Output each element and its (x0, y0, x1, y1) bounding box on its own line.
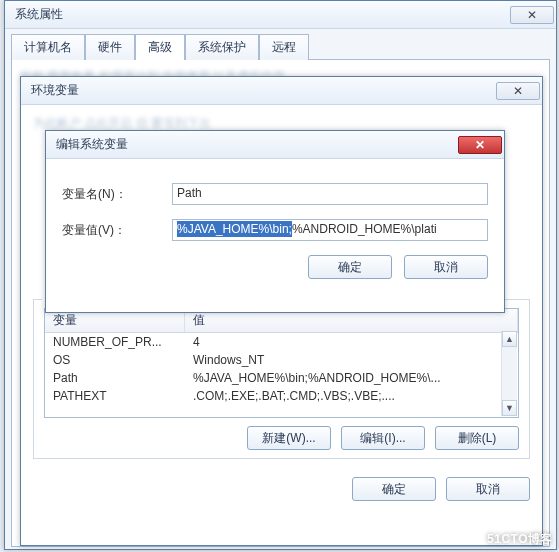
system-properties-close-button[interactable]: ✕ (510, 6, 554, 24)
system-var-buttons: 新建(W)... 编辑(I)... 删除(L) (44, 426, 519, 450)
cell-name: NUMBER_OF_PR... (45, 333, 185, 351)
tab-system-protection[interactable]: 系统保护 (185, 34, 259, 60)
env-cancel-button[interactable]: 取消 (446, 477, 530, 501)
var-name-row: 变量名(N)： Path (62, 183, 488, 205)
system-properties-tabs: 计算机名 硬件 高级 系统保护 远程 (11, 33, 556, 59)
var-name-label: 变量名(N)： (62, 186, 172, 203)
env-dialog-buttons: 确定 取消 (33, 477, 530, 501)
cell-value: Windows_NT (185, 351, 518, 369)
tab-hardware[interactable]: 硬件 (85, 34, 135, 60)
edit-titlebar: 编辑系统变量 ✕ (46, 131, 504, 159)
system-variables-group: 系统变量(S) 变量 值 NUMBER_OF_PR... 4 OS Window… (33, 299, 530, 459)
blurred-upper: 为此帐户 点此开启 但 要等到下次 (33, 115, 530, 129)
system-properties-titlebar: 系统属性 ✕ (5, 1, 556, 29)
cell-name: OS (45, 351, 185, 369)
cell-value: %JAVA_HOME%\bin;%ANDROID_HOME%\... (185, 369, 518, 387)
list-scrollbar[interactable]: ▲ ▼ (501, 331, 517, 416)
rest-text: %ANDROID_HOME%\plati (292, 222, 437, 236)
var-value-row: 变量值(V)： %JAVA_HOME%\bin;%ANDROID_HOME%\p… (62, 219, 488, 241)
system-variables-list[interactable]: 变量 值 NUMBER_OF_PR... 4 OS Windows_NT Pat… (44, 308, 519, 418)
tab-advanced[interactable]: 高级 (135, 34, 185, 60)
selected-text: %JAVA_HOME%\bin; (177, 221, 292, 237)
edit-body: 变量名(N)： Path 变量值(V)： %JAVA_HOME%\bin;%AN… (46, 159, 504, 312)
env-close-button[interactable]: ✕ (496, 82, 540, 100)
cell-value: .COM;.EXE;.BAT;.CMD;.VBS;.VBE;.... (185, 387, 518, 405)
edit-system-variable-dialog: 编辑系统变量 ✕ 变量名(N)： Path 变量值(V)： %JAVA_HOME… (45, 130, 505, 313)
cell-name: Path (45, 369, 185, 387)
delete-button[interactable]: 删除(L) (435, 426, 519, 450)
edit-cancel-button[interactable]: 取消 (404, 255, 488, 279)
tab-remote[interactable]: 远程 (259, 34, 309, 60)
env-titlebar: 环境变量 ✕ (21, 77, 542, 105)
close-icon: ✕ (513, 84, 523, 98)
edit-title: 编辑系统变量 (56, 136, 128, 153)
cell-name: PATHEXT (45, 387, 185, 405)
var-name-input[interactable]: Path (172, 183, 488, 205)
list-row[interactable]: NUMBER_OF_PR... 4 (45, 333, 518, 351)
edit-buttons: 确定 取消 (62, 255, 488, 279)
new-button[interactable]: 新建(W)... (247, 426, 331, 450)
env-title: 环境变量 (31, 82, 79, 99)
edit-close-button[interactable]: ✕ (458, 136, 502, 154)
list-row[interactable]: Path %JAVA_HOME%\bin;%ANDROID_HOME%\... (45, 369, 518, 387)
edit-button[interactable]: 编辑(I)... (341, 426, 425, 450)
tab-computer-name[interactable]: 计算机名 (11, 34, 85, 60)
close-icon: ✕ (527, 8, 537, 22)
close-icon: ✕ (475, 138, 485, 152)
list-row[interactable]: OS Windows_NT (45, 351, 518, 369)
cell-value: 4 (185, 333, 518, 351)
env-ok-button[interactable]: 确定 (352, 477, 436, 501)
scroll-up-icon[interactable]: ▲ (502, 331, 517, 347)
watermark: 51CTO博客 (487, 531, 553, 548)
scroll-down-icon[interactable]: ▼ (502, 400, 517, 416)
system-properties-title: 系统属性 (15, 6, 63, 23)
list-row[interactable]: PATHEXT .COM;.EXE;.BAT;.CMD;.VBS;.VBE;..… (45, 387, 518, 405)
var-value-label: 变量值(V)： (62, 222, 172, 239)
var-value-input[interactable]: %JAVA_HOME%\bin;%ANDROID_HOME%\plati (172, 219, 488, 241)
edit-ok-button[interactable]: 确定 (308, 255, 392, 279)
